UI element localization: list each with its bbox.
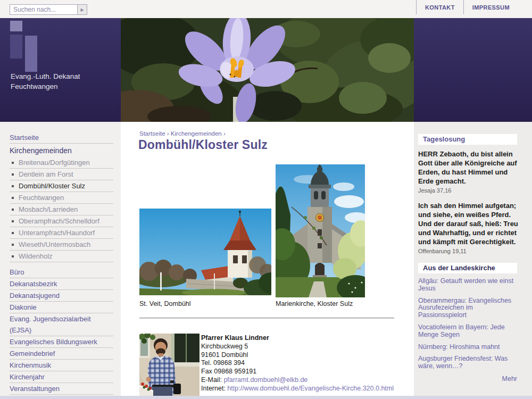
news-list: Allgäu: Getauft werden wie einst Jesus O… xyxy=(418,278,520,370)
daily-verse-2: Ich sah den Himmel aufgetan; und siehe, … xyxy=(418,201,521,246)
sidebar-item-feuchtwangen[interactable]: Feuchtwangen xyxy=(10,192,113,204)
square-bullet-icon xyxy=(12,232,14,234)
more-link[interactable]: Mehr xyxy=(418,375,517,383)
square-bullet-icon xyxy=(12,220,14,222)
news-link-nuernberg[interactable]: Nürnberg: Hiroshima mahnt xyxy=(418,344,520,351)
top-bar: ▶ KONTAKT IMPRESSUM xyxy=(0,0,532,18)
arrow-right-icon: ▶ xyxy=(80,7,84,12)
photo-caption-st-veit: St. Veit, Dombühl xyxy=(139,300,191,307)
search-box: ▶ xyxy=(10,4,87,15)
daily-verse-1-ref: Jesaja 37,16 xyxy=(418,187,532,194)
photo-caption-marienkirche: Marienkirche, Kloster Sulz xyxy=(276,300,353,307)
sidebar-item-wildenholz[interactable]: Wildenholz xyxy=(10,251,113,262)
square-bullet-icon xyxy=(12,197,14,199)
logo-mark xyxy=(25,36,37,72)
news-link-vocatio[interactable]: Vocatiofeiern in Bayern: Jede Menge Sege… xyxy=(418,324,520,339)
sidebar-item-unterampfrach[interactable]: Unterampfrach/Haundorf xyxy=(10,227,113,239)
breadcrumb-link-startseite[interactable]: Startseite xyxy=(139,130,165,137)
banner-right-block xyxy=(414,18,532,122)
news-link-augsburg[interactable]: Augsburger Friedensfest: Was wäre, wenn…… xyxy=(418,355,520,370)
right-rail: Tageslosung HERR Zebaoth, du bist allein… xyxy=(414,122,532,396)
square-bullet-icon xyxy=(12,173,14,176)
sidebar-item-gemeindebrief[interactable]: Gemeindebrief xyxy=(10,348,113,360)
top-links: KONTAKT IMPRESSUM xyxy=(416,0,518,14)
sidebar-item-breitenau[interactable]: Breitenau/Dorfgütingen xyxy=(10,157,113,169)
logo-mark xyxy=(10,35,22,59)
sidebar-item-dekanatsjugend[interactable]: Dekanatsjugend xyxy=(10,290,113,302)
pastor-photo xyxy=(139,334,200,396)
breadcrumb-link-kirchengemeinden[interactable]: Kirchengemeinden xyxy=(171,130,222,137)
square-bullet-icon xyxy=(12,185,14,187)
search-input[interactable] xyxy=(10,4,78,15)
church-photo-marienkirche xyxy=(276,164,365,300)
daily-verse-1: HERR Zebaoth, du bist allein Gott über a… xyxy=(418,149,521,186)
contact-fax: Fax 09868 959191 xyxy=(201,368,394,376)
sidebar-nav: Startseite Kirchengemeinden Breitenau/Do… xyxy=(0,122,121,396)
breadcrumb: Startseite › Kirchengemeinden › xyxy=(139,130,226,137)
square-bullet-icon xyxy=(12,162,14,164)
square-bullet-icon xyxy=(12,255,14,257)
content-row: Startseite Kirchengemeinden Breitenau/Do… xyxy=(0,122,532,396)
email-link[interactable]: pfarramt.dombuehl@elkb.de xyxy=(223,376,307,384)
divider-rule xyxy=(139,318,394,319)
daily-verse-2-ref: Offenbarung 19,11 xyxy=(418,248,532,254)
sidebar-item-kirchenmusik[interactable]: Kirchenmusik xyxy=(10,360,113,371)
internet-label: Internet: xyxy=(201,385,226,392)
sidebar-item-mosbach[interactable]: Mosbach/Larrieden xyxy=(10,204,113,215)
contact-street: Kirchbuckweg 5 xyxy=(201,343,394,351)
banner-crocus-photo xyxy=(121,18,414,122)
news-link-oberammergau[interactable]: Oberammergau: Evangelisches Ausrufezeich… xyxy=(418,297,520,319)
sidebar-item-startseite[interactable]: Startseite xyxy=(10,132,113,144)
main-content: Startseite › Kirchengemeinden › Dombühl/… xyxy=(121,122,414,396)
sidebar-item-buero[interactable]: Büro xyxy=(10,267,113,278)
sidebar-item-dombuehl-current[interactable]: Dombühl/Kloster Sulz xyxy=(10,180,113,192)
search-submit-button[interactable]: ▶ xyxy=(78,4,87,15)
topbar-link-impressum[interactable]: IMPRESSUM xyxy=(463,0,518,14)
church-photo-st-veit xyxy=(139,209,271,297)
contact-block: Pfarrer Klaus Lindner Kirchbuckweg 5 916… xyxy=(201,334,394,393)
contact-phone: Tel. 09868 394 xyxy=(201,359,394,368)
page-title: Dombühl/Kloster Sulz xyxy=(138,138,268,152)
topbar-link-kontakt[interactable]: KONTAKT xyxy=(416,0,463,14)
square-bullet-icon xyxy=(12,209,14,211)
tageslosung-header: Tageslosung xyxy=(418,134,517,145)
sidebar-item-wieseth[interactable]: Wieseth/Untermosbach xyxy=(10,239,113,251)
sidebar-item-ejsa[interactable]: Evang. Jugendsozialarbeit (EJSA) xyxy=(10,313,113,336)
logo-mark xyxy=(10,21,22,31)
breadcrumb-separator: › xyxy=(167,130,169,137)
breadcrumb-separator: › xyxy=(223,130,226,137)
site-title: Evang.-Luth. Dekanat Feuchtwangen xyxy=(11,72,80,92)
landeskirche-header: Aus der Landeskirche xyxy=(418,263,517,273)
contact-name: Pfarrer Klaus Lindner xyxy=(201,334,394,343)
square-bullet-icon xyxy=(12,244,14,246)
contact-city: 91601 Dombühl xyxy=(201,351,394,360)
email-label: E-Mail: xyxy=(201,376,222,384)
website-link[interactable]: http://www.dombuehl.de/Evangelische-Kirc… xyxy=(227,385,394,392)
sidebar-section-kirchengemeinden[interactable]: Kirchengemeinden xyxy=(10,145,113,157)
sidebar-item-bildungswerk[interactable]: Evangelisches Bildungswerk xyxy=(10,336,113,348)
bottom-strip xyxy=(0,396,532,399)
sidebar-item-diakonie[interactable]: Diakonie xyxy=(10,302,113,313)
news-link-allgaeu[interactable]: Allgäu: Getauft werden wie einst Jesus xyxy=(418,278,520,293)
sidebar-item-kirchenjahr[interactable]: Kirchenjahr xyxy=(10,371,113,383)
dekanat-logo[interactable]: Evang.-Luth. Dekanat Feuchtwangen xyxy=(0,18,121,122)
sidebar-item-dentlein[interactable]: Dentlein am Forst xyxy=(10,169,113,180)
banner: Evang.-Luth. Dekanat Feuchtwangen xyxy=(0,18,532,122)
sidebar-item-dekanatsbezirk[interactable]: Dekanatsbezirk xyxy=(10,278,113,290)
sidebar-item-veranstaltungen[interactable]: Veranstaltungen xyxy=(10,383,113,395)
sidebar-item-oberampfrach[interactable]: Oberampfrach/Schnelldorf xyxy=(10,215,113,227)
